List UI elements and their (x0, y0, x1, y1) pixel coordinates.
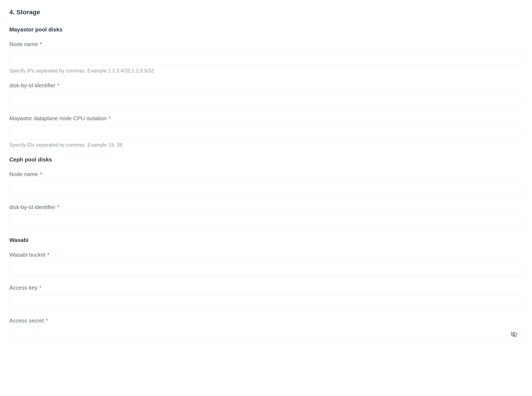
required-star-icon: * (57, 82, 59, 89)
required-star-icon: * (46, 317, 48, 324)
wasabi-heading: Wasabi (9, 237, 523, 244)
ceph-node-name-label-text: Node name (9, 171, 38, 177)
section-title: 4. Storage (9, 8, 523, 16)
wasabi-access-secret-label-text: Access secret (9, 317, 44, 324)
ceph-disk-by-id-input[interactable] (9, 214, 523, 228)
mayastor-cpu-isolation-label-text: Mayastor dataplane node CPU isolation (9, 115, 107, 122)
mayastor-node-name-label: Node name * (9, 41, 523, 48)
wasabi-access-secret-input[interactable] (9, 328, 523, 342)
eye-off-icon (510, 331, 518, 339)
wasabi-access-key-label: Access key * (9, 285, 523, 291)
wasabi-access-key-input[interactable] (9, 295, 523, 309)
required-star-icon: * (40, 171, 42, 177)
required-star-icon: * (57, 204, 59, 210)
ceph-disk-by-id-label-text: disk-by-id identifier (9, 204, 55, 210)
ceph-disk-by-id-label: disk-by-id identifier * (9, 204, 523, 210)
mayastor-cpu-isolation-help: Specify IDs separated by commas. Example… (9, 142, 523, 148)
mayastor-node-name-input[interactable] (9, 51, 523, 65)
required-star-icon: * (39, 285, 41, 291)
mayastor-disk-by-id-input[interactable] (9, 93, 523, 107)
required-star-icon: * (40, 41, 42, 47)
mayastor-node-name-label-text: Node name (9, 41, 38, 47)
wasabi-bucket-label-text: Wasabi bucket (9, 251, 46, 258)
toggle-visibility-button[interactable] (509, 330, 519, 340)
wasabi-bucket-label: Wasabi bucket * (9, 251, 523, 258)
required-star-icon: * (109, 115, 111, 122)
wasabi-bucket-input[interactable] (9, 262, 523, 276)
mayastor-disk-by-id-label-text: disk-by-id identifier (9, 82, 55, 89)
mayastor-cpu-isolation-input[interactable] (9, 126, 523, 140)
mayastor-node-name-help: Specify IPs separated by commas. Example… (9, 68, 523, 74)
wasabi-access-secret-label: Access secret * (9, 317, 523, 324)
ceph-heading: Ceph pool disks (9, 156, 523, 163)
wasabi-access-key-label-text: Access key (9, 285, 37, 291)
mayastor-disk-by-id-label: disk-by-id identifier * (9, 82, 523, 89)
ceph-node-name-label: Node name * (9, 171, 523, 178)
mayastor-cpu-isolation-label: Mayastor dataplane node CPU isolation * (9, 115, 523, 122)
ceph-node-name-input[interactable] (9, 181, 523, 195)
mayastor-heading: Mayastor pool disks (9, 26, 523, 33)
required-star-icon: * (47, 251, 49, 258)
